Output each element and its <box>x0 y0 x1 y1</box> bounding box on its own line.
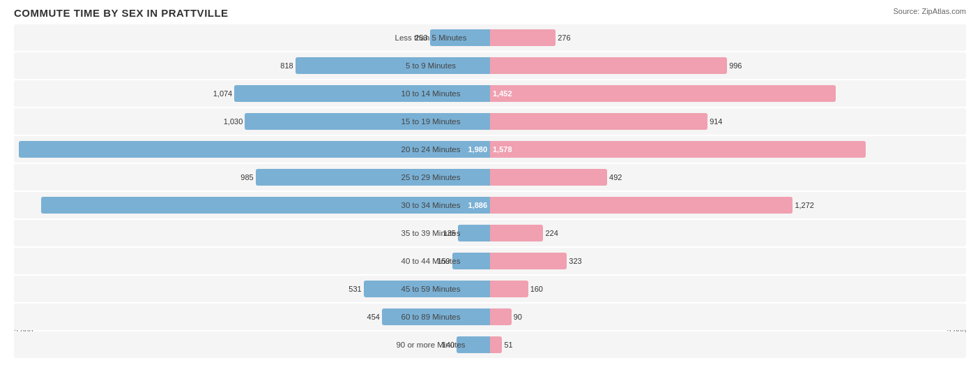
row-label: 15 to 19 Minutes <box>372 117 490 126</box>
bar-female <box>490 113 707 130</box>
chart-row: 40 to 44 Minutes 159 323 <box>14 248 966 274</box>
chart-row: 90 or more Minutes 140 51 <box>14 332 966 358</box>
row-label: 40 to 44 Minutes <box>372 257 490 265</box>
row-inner: 15 to 19 Minutes 1,030 914 <box>14 108 966 135</box>
row-inner: 90 or more Minutes 140 51 <box>14 332 966 358</box>
row-inner: 30 to 34 Minutes 1,886 1,272 <box>14 192 966 218</box>
val-female: 1,272 <box>795 201 814 209</box>
bar-female <box>490 169 607 186</box>
val-female: 323 <box>569 257 581 265</box>
row-inner: 45 to 59 Minutes 531 160 <box>14 276 966 302</box>
row-label: 90 or more Minutes <box>372 341 490 349</box>
row-label: 35 to 39 Minutes <box>372 229 490 237</box>
val-male: 818 <box>280 61 293 70</box>
bar-female <box>490 281 528 297</box>
chart-row: 10 to 14 Minutes 1,074 1,452 <box>14 80 966 107</box>
row-inner: 20 to 24 Minutes 1,980 1,578 <box>14 136 966 163</box>
row-label: 5 to 9 Minutes <box>372 61 490 70</box>
chart-row: 60 to 89 Minutes 454 90 <box>14 304 966 330</box>
bar-female <box>490 225 543 241</box>
val-female: 914 <box>710 117 722 126</box>
row-inner: 60 to 89 Minutes 454 90 <box>14 304 966 330</box>
chart-row: 45 to 59 Minutes 531 160 <box>14 276 966 302</box>
chart-container: COMMUTE TIME BY SEX IN PRATTVILLE Source… <box>0 0 980 365</box>
val-female: 996 <box>729 61 742 70</box>
bar-female <box>490 253 567 269</box>
chart-row: 5 to 9 Minutes 818 996 <box>14 52 966 79</box>
val-female: 90 <box>514 313 522 321</box>
chart-row: 15 to 19 Minutes 1,030 914 <box>14 108 966 135</box>
chart-row: 30 to 34 Minutes 1,886 1,272 <box>14 192 966 218</box>
row-inner: 35 to 39 Minutes 135 224 <box>14 220 966 246</box>
chart-row: 20 to 24 Minutes 1,980 1,578 <box>14 136 966 163</box>
chart-area: Less than 5 Minutes 253 276 5 to 9 Minut… <box>14 24 966 325</box>
chart-row: Less than 5 Minutes 253 276 <box>14 24 966 51</box>
row-inner: 25 to 29 Minutes 985 492 <box>14 164 966 191</box>
row-label: 25 to 29 Minutes <box>372 173 490 181</box>
val-male: 985 <box>240 173 253 181</box>
val-female: 492 <box>609 173 622 181</box>
bar-female <box>490 85 836 102</box>
val-female: 224 <box>545 229 558 237</box>
bar-female <box>490 29 556 46</box>
bar-female <box>490 57 727 74</box>
chart-row: 35 to 39 Minutes 135 224 <box>14 220 966 246</box>
bar-female <box>490 141 866 158</box>
chart-title: COMMUTE TIME BY SEX IN PRATTVILLE <box>14 7 966 19</box>
val-female: 1,578 <box>493 145 512 154</box>
row-inner: 10 to 14 Minutes 1,074 1,452 <box>14 80 966 107</box>
row-label: 30 to 34 Minutes <box>372 201 490 209</box>
row-label: 20 to 24 Minutes <box>372 145 490 154</box>
bar-female <box>490 308 512 325</box>
row-inner: 40 to 44 Minutes 159 323 <box>14 248 966 274</box>
chart-row: 25 to 29 Minutes 985 492 <box>14 164 966 191</box>
val-female: 1,452 <box>493 89 512 98</box>
val-male: 1,030 <box>224 117 243 126</box>
row-label: 45 to 59 Minutes <box>372 285 490 293</box>
val-male: 1,074 <box>213 89 233 98</box>
val-female: 51 <box>504 341 512 349</box>
val-female: 160 <box>530 285 543 293</box>
row-label: 60 to 89 Minutes <box>372 313 490 321</box>
bar-female <box>490 197 793 214</box>
source-label: Source: ZipAtlas.com <box>893 7 966 15</box>
row-inner: Less than 5 Minutes 253 276 <box>14 24 966 51</box>
bar-female <box>490 336 502 353</box>
row-label: 10 to 14 Minutes <box>372 89 490 98</box>
val-female: 276 <box>558 33 570 42</box>
val-male: 531 <box>349 285 361 293</box>
row-inner: 5 to 9 Minutes 818 996 <box>14 52 966 79</box>
row-label: Less than 5 Minutes <box>372 33 490 42</box>
